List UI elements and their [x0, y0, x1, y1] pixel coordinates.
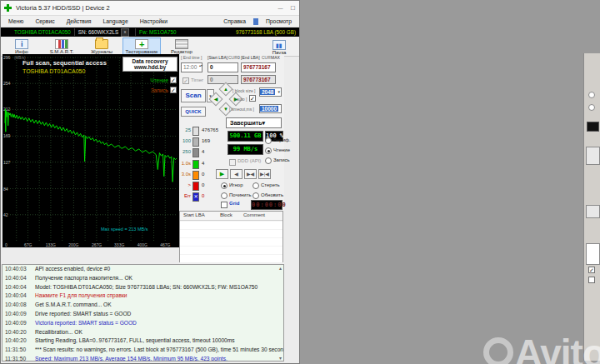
- scroll-up-icon[interactable]: ▴: [279, 265, 282, 271]
- menu-preview-label: Просмотр: [260, 18, 298, 24]
- chevron-down-icon[interactable]: ▾: [262, 120, 266, 126]
- toolbar-button-smart[interactable]: S.M.A.R.T.: [42, 37, 81, 55]
- toolbar-button-pause[interactable]: Пауза: [262, 38, 296, 56]
- toolbar-button-test[interactable]: Тестирование: [122, 37, 161, 55]
- erase-radio[interactable]: [252, 182, 259, 189]
- close-icon[interactable]: x: [121, 28, 129, 37]
- timer-checkbox[interactable]: ✓: [182, 77, 189, 84]
- log-message: Model: TOSHIBA DT01ACA050; Size 97677316…: [35, 283, 258, 292]
- end-lba-secondary: 976773167: [241, 75, 276, 84]
- ignore-radio[interactable]: [221, 182, 228, 189]
- menu-item-preview[interactable]: Просмотр: [252, 18, 298, 25]
- column-header[interactable]: Block: [220, 212, 232, 217]
- partial-checkbox[interactable]: [588, 277, 595, 283]
- divider: [74, 28, 75, 36]
- partial-button: [586, 147, 600, 165]
- repair-radio-label: Починить: [229, 192, 252, 197]
- toolbar-button-editor[interactable]: Редактор: [162, 37, 201, 55]
- partial-checkbox[interactable]: ✓: [588, 267, 595, 273]
- defect-table[interactable]: Start LBABlockComment: [179, 211, 283, 262]
- timeout-label: [ timeout,ms ]: [229, 107, 254, 112]
- verify-radio-label: Вериф.: [273, 137, 291, 142]
- partial-window-edge: ✓: [583, 53, 600, 361]
- title-bar-right[interactable]: Victoria 5.37 HDD/SSD | Device 2: [1, 1, 299, 16]
- drive-info-bar: TOSHIBA DT01ACA050SN: 660WKX2LSxFw: MS1O…: [1, 27, 299, 37]
- partial-lcd: [587, 122, 599, 132]
- spinner-arrows-icon[interactable]: ▴▾: [199, 63, 202, 67]
- size-lcd: 500.11 GB: [228, 131, 263, 142]
- ddd-label: DDD (API): [238, 158, 261, 163]
- write-checkbox[interactable]: ✓: [170, 87, 177, 93]
- menu-item-help[interactable]: Справка: [218, 18, 252, 24]
- log-line: 11:31:50Speed: Maximum 213 MB/s. Average…: [2, 355, 283, 362]
- log-message: API access enabled, device #0: [35, 265, 110, 274]
- graph-drive-name: TOSHIBA DT01ACA050: [22, 68, 85, 74]
- read-checkbox[interactable]: ✓: [170, 77, 177, 83]
- toolbar-button-logs[interactable]: Журналы: [82, 37, 121, 55]
- log-message: Starting Reading, LBA=0..976773167, FULL…: [35, 337, 235, 346]
- log-line: 10:40:09Victoria reported: SMART status …: [2, 319, 283, 328]
- log-time: 10:40:04: [2, 283, 35, 292]
- finish-combo[interactable]: Завершить▾: [226, 117, 282, 128]
- menu-item-3[interactable]: Language: [97, 18, 133, 24]
- toolbar-button-info[interactable]: Инфо: [2, 37, 41, 55]
- timeout-value: 10000: [260, 106, 278, 112]
- skip-forward-button[interactable]: ▶◀: [244, 169, 257, 179]
- svg-text:254: 254: [3, 81, 11, 86]
- auto-label: [ auto ]: [234, 97, 247, 102]
- column-header[interactable]: Start LBA: [183, 212, 205, 217]
- badge-link[interactable]: www.hdd.by: [123, 64, 177, 70]
- end-lba-input[interactable]: 976773167: [241, 62, 276, 72]
- victoria-app-icon: [4, 4, 12, 12]
- column-header[interactable]: Comment: [243, 212, 265, 217]
- back-button[interactable]: ◀: [230, 169, 242, 179]
- legend-count: 476765: [202, 127, 218, 132]
- svg-text:467G: 467G: [160, 242, 170, 247]
- partial-box: [586, 243, 600, 265]
- log-message: Victoria reported: SMART status = GOOD: [35, 319, 137, 328]
- defect-table-header: Start LBABlockComment: [180, 212, 282, 221]
- menu-item-2[interactable]: Действия: [61, 18, 98, 24]
- chevron-down-icon[interactable]: ▾: [278, 88, 281, 96]
- block-size-combo[interactable]: 2048▾: [259, 87, 282, 97]
- menu-item-0[interactable]: Меню: [2, 18, 29, 24]
- auto-checkbox[interactable]: ✓: [249, 95, 256, 102]
- ddd-checkbox[interactable]: [229, 159, 236, 166]
- play-button[interactable]: ▶: [216, 169, 228, 179]
- chevron-down-icon[interactable]: ▾: [278, 112, 281, 113]
- scan-button[interactable]: Scan: [181, 89, 206, 102]
- partial-radio: [588, 92, 595, 98]
- nav-up-icon[interactable]: ▲: [219, 82, 233, 97]
- log-line: 11:31:50*** Scan results: no warnings, n…: [2, 346, 283, 355]
- scan-controls-panel: [ End time ]12:00▴▾✓TimerScan▾QUICK[Star…: [179, 54, 284, 264]
- erase-radio-label: Стереть: [261, 182, 280, 187]
- nav-left-icon[interactable]: ◀: [209, 92, 223, 107]
- skip-back-button[interactable]: ▶|◀: [258, 169, 271, 179]
- verify-radio[interactable]: [265, 137, 272, 144]
- watermark: Avito: [483, 331, 600, 364]
- svg-text:200G: 200G: [68, 242, 78, 247]
- log-message: *** Scan results: no warnings, no errors…: [35, 346, 283, 355]
- refresh-radio[interactable]: [252, 192, 259, 199]
- quick-button[interactable]: QUICK: [181, 107, 206, 117]
- legend-label: >: [179, 182, 191, 187]
- minimize-icon[interactable]: [274, 2, 287, 15]
- grid-checkbox[interactable]: [221, 202, 228, 208]
- svg-text:67G: 67G: [24, 242, 32, 247]
- timeout-combo[interactable]: 10000▾: [259, 104, 282, 113]
- scroll-down-icon[interactable]: ▾: [279, 355, 282, 361]
- menu-item-4[interactable]: Настройки: [134, 18, 173, 24]
- log-panel-right[interactable]: 10:40:03API access enabled, device #010:…: [2, 264, 284, 362]
- write-radio[interactable]: [265, 157, 272, 164]
- svg-text:84: 84: [3, 187, 8, 192]
- maximize-icon[interactable]: [287, 2, 299, 15]
- preview-icon: [253, 18, 258, 25]
- repair-radio[interactable]: [221, 192, 228, 199]
- start-lba-input[interactable]: 0: [208, 62, 238, 72]
- arrow-glyph: ▲: [222, 85, 230, 93]
- legend-count: 4: [202, 161, 204, 166]
- legend-swatch: [192, 160, 199, 169]
- menu-item-1[interactable]: Сервис: [29, 18, 60, 24]
- info-icon: [15, 39, 28, 49]
- read-radio[interactable]: [265, 147, 272, 154]
